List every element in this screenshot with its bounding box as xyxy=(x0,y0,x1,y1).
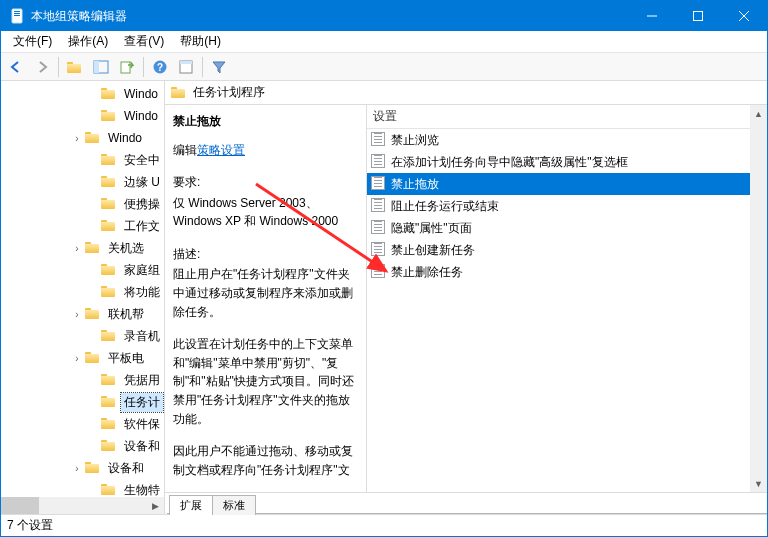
list-item[interactable]: 隐藏"属性"页面 xyxy=(367,217,750,239)
tree-item-label: 工作文 xyxy=(121,217,163,236)
tree-item[interactable]: ›平板电 xyxy=(1,347,164,369)
list-item[interactable]: 禁止创建新任务 xyxy=(367,239,750,261)
tree-item-label: 将功能 xyxy=(121,283,163,302)
scroll-right-icon[interactable]: ▶ xyxy=(147,497,164,514)
expand-icon[interactable]: › xyxy=(69,353,85,364)
folder-icon xyxy=(101,262,117,278)
tree-item[interactable]: 安全中 xyxy=(1,149,164,171)
tab-extended[interactable]: 扩展 xyxy=(169,495,213,515)
show-hide-tree-button[interactable] xyxy=(89,55,113,79)
tree-item[interactable]: ›联机帮 xyxy=(1,303,164,325)
folder-icon xyxy=(101,284,117,300)
filter-button[interactable] xyxy=(207,55,231,79)
tree-item[interactable]: 凭据用 xyxy=(1,369,164,391)
right-pane: 任务计划程序 禁止拖放 编辑策略设置 要求: 仅 Windows Server … xyxy=(165,81,767,514)
folder-icon xyxy=(101,108,117,124)
description-pane: 禁止拖放 编辑策略设置 要求: 仅 Windows Server 2003、Wi… xyxy=(165,105,367,492)
list-item-label: 禁止创建新任务 xyxy=(391,242,475,259)
help-button[interactable]: ? xyxy=(148,55,172,79)
list-item-label: 隐藏"属性"页面 xyxy=(391,220,472,237)
tree-item[interactable]: 工作文 xyxy=(1,215,164,237)
tree-item[interactable]: 边缘 U xyxy=(1,171,164,193)
tree-item[interactable]: 软件保 xyxy=(1,413,164,435)
folder-icon xyxy=(101,416,117,432)
forward-button[interactable] xyxy=(30,55,54,79)
tree-item[interactable]: Windo xyxy=(1,83,164,105)
folder-icon xyxy=(101,218,117,234)
list-item[interactable]: 禁止删除任务 xyxy=(367,261,750,283)
svg-rect-2 xyxy=(14,13,20,14)
expand-icon[interactable]: › xyxy=(69,309,85,320)
scroll-up-icon[interactable]: ▲ xyxy=(750,105,767,122)
folder-icon xyxy=(101,482,117,497)
svg-rect-1 xyxy=(14,11,20,12)
list-item[interactable]: 阻止任务运行或结束 xyxy=(367,195,750,217)
expand-icon[interactable]: › xyxy=(69,133,85,144)
tree-list[interactable]: WindoWindo›Windo安全中边缘 U便携操工作文›关机选家庭组将功能›… xyxy=(1,81,164,497)
list-column-header[interactable]: 设置 xyxy=(367,105,767,129)
tree-item[interactable]: ›设备和 xyxy=(1,457,164,479)
edit-policy-link[interactable]: 策略设置 xyxy=(197,143,245,157)
tree-hscrollbar[interactable]: ▶ xyxy=(1,497,164,514)
tree-item-label: 设备和 xyxy=(105,459,147,478)
scroll-down-icon[interactable]: ▼ xyxy=(750,475,767,492)
menu-help[interactable]: 帮助(H) xyxy=(172,31,229,52)
list-body[interactable]: 禁止浏览在添加计划任务向导中隐藏"高级属性"复选框禁止拖放阻止任务运行或结束隐藏… xyxy=(367,129,750,492)
titlebar: 本地组策略编辑器 xyxy=(1,1,767,31)
tree-item-label: 设备和 xyxy=(121,437,163,456)
properties-button[interactable] xyxy=(174,55,198,79)
list-item-label: 阻止任务运行或结束 xyxy=(391,198,499,215)
list-item[interactable]: 禁止拖放 xyxy=(367,173,750,195)
svg-text:?: ? xyxy=(157,62,163,73)
tabs-row: 扩展 标准 xyxy=(165,492,767,514)
tree-item[interactable]: 生物特 xyxy=(1,479,164,497)
content-area: WindoWindo›Windo安全中边缘 U便携操工作文›关机选家庭组将功能›… xyxy=(1,81,767,514)
expand-icon[interactable]: › xyxy=(69,463,85,474)
menu-action[interactable]: 操作(A) xyxy=(60,31,116,52)
folder-icon xyxy=(101,174,117,190)
tree-item[interactable]: 将功能 xyxy=(1,281,164,303)
tree-item-label: 软件保 xyxy=(121,415,163,434)
path-title: 任务计划程序 xyxy=(193,84,265,101)
tree-item[interactable]: 便携操 xyxy=(1,193,164,215)
tree-item-label: 边缘 U xyxy=(121,173,163,192)
tab-standard[interactable]: 标准 xyxy=(212,495,256,515)
folder-icon xyxy=(101,152,117,168)
export-button[interactable] xyxy=(115,55,139,79)
svg-rect-14 xyxy=(180,61,192,64)
tree-item[interactable]: 设备和 xyxy=(1,435,164,457)
desc-p3: 因此用户不能通过拖动、移动或复制文档或程序向"任务计划程序"文 xyxy=(173,442,356,479)
up-button[interactable] xyxy=(63,55,87,79)
tree-item-label: 便携操 xyxy=(121,195,163,214)
menu-view[interactable]: 查看(V) xyxy=(116,31,172,52)
tree-item-label: 录音机 xyxy=(121,327,163,346)
tree-item[interactable]: Windo xyxy=(1,105,164,127)
edit-prefix: 编辑 xyxy=(173,143,197,157)
minimize-button[interactable] xyxy=(629,1,675,31)
menu-file[interactable]: 文件(F) xyxy=(5,31,60,52)
list-pane: 设置 禁止浏览在添加计划任务向导中隐藏"高级属性"复选框禁止拖放阻止任务运行或结… xyxy=(367,105,767,492)
expand-icon[interactable]: › xyxy=(69,243,85,254)
scrollbar-thumb[interactable] xyxy=(1,497,39,514)
list-item[interactable]: 在添加计划任务向导中隐藏"高级属性"复选框 xyxy=(367,151,750,173)
list-item-label: 禁止删除任务 xyxy=(391,264,463,281)
status-text: 7 个设置 xyxy=(7,517,53,534)
tree-item[interactable]: 家庭组 xyxy=(1,259,164,281)
folder-icon xyxy=(101,86,117,102)
tree-item-label: 联机帮 xyxy=(105,305,147,324)
back-button[interactable] xyxy=(4,55,28,79)
tree-item[interactable]: 任务计 xyxy=(1,391,164,413)
tree-item[interactable]: 录音机 xyxy=(1,325,164,347)
tree-item[interactable]: ›关机选 xyxy=(1,237,164,259)
path-header: 任务计划程序 xyxy=(165,81,767,105)
statusbar: 7 个设置 xyxy=(1,514,767,536)
maximize-button[interactable] xyxy=(675,1,721,31)
folder-icon xyxy=(85,240,101,256)
policy-icon xyxy=(371,198,387,214)
list-item[interactable]: 禁止浏览 xyxy=(367,129,750,151)
list-vscrollbar[interactable]: ▲ ▼ xyxy=(750,105,767,492)
close-button[interactable] xyxy=(721,1,767,31)
tree-item-label: 关机选 xyxy=(105,239,147,258)
tree-item[interactable]: ›Windo xyxy=(1,127,164,149)
tree-item-label: Windo xyxy=(121,86,161,102)
